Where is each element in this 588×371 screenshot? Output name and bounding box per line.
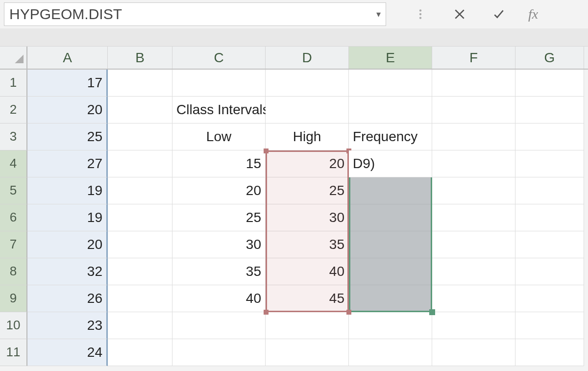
row-header-4[interactable]: 4 [0,150,27,177]
cell-E1[interactable] [349,70,432,97]
cell-C5[interactable]: 20 [172,177,266,204]
cell-C2[interactable]: Cllass Intervals [172,97,266,124]
row-header-1[interactable]: 1 [0,70,27,97]
cell-F11[interactable] [432,339,515,366]
cell-A1[interactable]: 17 [27,70,108,97]
cell-D4[interactable]: 20 [266,150,349,177]
cell-E11[interactable] [349,339,432,366]
cell-A10[interactable]: 23 [27,312,108,339]
selection-fill [349,231,432,258]
cell-E2[interactable] [349,97,432,124]
cell-A9[interactable]: 26 [27,285,108,312]
cell-F3[interactable] [432,124,515,150]
cell-D9[interactable]: 45 [266,285,349,312]
cell-D8[interactable]: 40 [266,258,349,285]
cell-A2[interactable]: 20 [27,97,108,124]
cell-A3[interactable]: 25 [27,124,108,150]
cell-G11[interactable] [515,339,584,366]
row-header-5[interactable]: 5 [0,177,27,204]
cell-E3[interactable]: Frequency [349,124,432,150]
row-header-6[interactable]: 6 [0,204,27,231]
cell-A4[interactable]: 27 [27,150,108,177]
cell-D7[interactable]: 35 [266,231,349,258]
cell-A8[interactable]: 32 [27,258,108,285]
cell-C7[interactable]: 30 [172,231,266,258]
cell-B5[interactable] [108,177,172,204]
row-header-3[interactable]: 3 [0,124,27,150]
cancel-button[interactable] [450,4,469,24]
cell-B11[interactable] [108,339,172,366]
cell-A6[interactable]: 19 [27,204,108,231]
table-row: 11 24 [0,339,588,366]
cell-A7[interactable]: 20 [27,231,108,258]
cell-A5[interactable]: 19 [27,177,108,204]
cell-F2[interactable] [432,97,515,124]
cell-G1[interactable] [515,70,584,97]
column-header-D[interactable]: D [266,47,349,69]
cell-F6[interactable] [432,204,515,231]
cell-D2[interactable] [266,97,349,124]
cell-C9[interactable]: 40 [172,285,266,312]
cell-D6[interactable]: 30 [266,204,349,231]
name-box[interactable] [9,6,372,23]
cell-C10[interactable] [172,312,266,339]
cell-B10[interactable] [108,312,172,339]
row-header-10[interactable]: 10 [0,312,27,339]
row-header-9[interactable]: 9 [0,285,27,312]
cell-C6[interactable]: 25 [172,204,266,231]
cell-B3[interactable] [108,124,172,150]
row-header-2[interactable]: 2 [0,97,27,124]
cell-D10[interactable] [266,312,349,339]
column-header-C[interactable]: C [172,47,266,69]
enter-button[interactable] [489,4,509,24]
column-header-E[interactable]: E [349,47,432,69]
cell-G5[interactable] [515,177,584,204]
cell-B4[interactable] [108,150,172,177]
cell-G8[interactable] [515,258,584,285]
column-header-B[interactable]: B [108,47,172,69]
cell-G9[interactable] [515,285,584,312]
select-all-corner[interactable] [0,47,27,69]
cell-B2[interactable] [108,97,172,124]
name-box-dropdown-icon[interactable]: ▾ [372,9,381,20]
cell-A11[interactable]: 24 [27,339,108,366]
cell-F5[interactable] [432,177,515,204]
cell-E4[interactable]: D9) [349,150,432,177]
cell-D11[interactable] [266,339,349,366]
column-header-F[interactable]: F [432,47,515,69]
selection-fill [349,177,432,204]
cell-D3[interactable]: High [266,124,349,150]
cell-G4[interactable] [515,150,584,177]
cell-B8[interactable] [108,258,172,285]
cell-D1[interactable] [266,70,349,97]
column-header-A[interactable]: A [27,47,108,69]
cell-F7[interactable] [432,231,515,258]
row-header-8[interactable]: 8 [0,258,27,285]
cell-C8[interactable]: 35 [172,258,266,285]
cell-F1[interactable] [432,70,515,97]
cell-B6[interactable] [108,204,172,231]
cell-D5[interactable]: 25 [266,177,349,204]
cell-G10[interactable] [515,312,584,339]
row-header-11[interactable]: 11 [0,339,27,366]
insert-function-button[interactable]: fx [528,6,538,22]
cell-C3[interactable]: Low [172,124,266,150]
cell-G3[interactable] [515,124,584,150]
column-header-G[interactable]: G [515,47,584,69]
cell-E10[interactable] [349,312,432,339]
cell-C1[interactable] [172,70,266,97]
cell-G2[interactable] [515,97,584,124]
fill-handle-icon[interactable] [429,309,435,315]
cell-C11[interactable] [172,339,266,366]
cell-C4[interactable]: 15 [172,150,266,177]
cell-F8[interactable] [432,258,515,285]
cell-B7[interactable] [108,231,172,258]
cell-G7[interactable] [515,231,584,258]
cell-B1[interactable] [108,70,172,97]
cell-F4[interactable] [432,150,515,177]
cell-F10[interactable] [432,312,515,339]
cell-F9[interactable] [432,285,515,312]
row-header-7[interactable]: 7 [0,231,27,258]
cell-G6[interactable] [515,204,584,231]
cell-B9[interactable] [108,285,172,312]
